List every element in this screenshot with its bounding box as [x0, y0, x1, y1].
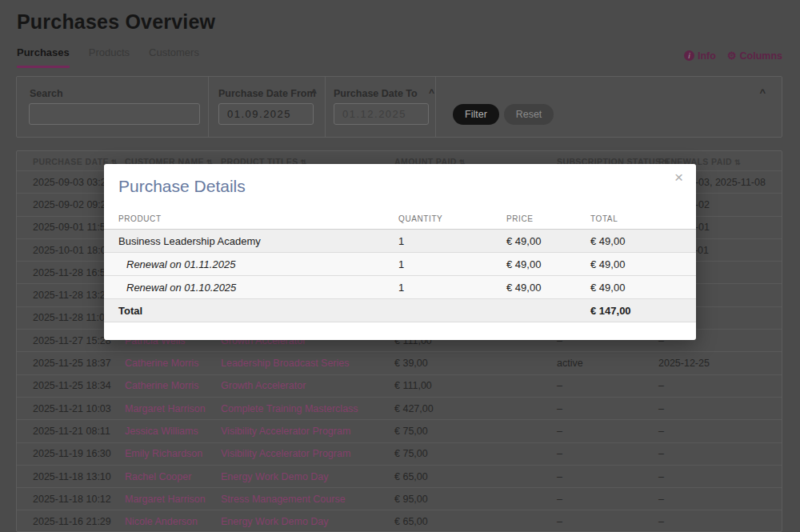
cell-amount-paid: € 65,00 [394, 471, 428, 482]
cell-purchase-date: 2025-11-28 16:52 [33, 267, 111, 278]
sort-icon[interactable]: ⇅ [734, 158, 741, 166]
page-title: Purchases Overview [17, 10, 215, 34]
modal-table-body: Business Leadership Academy1€ 49,00€ 49,… [104, 230, 696, 322]
table-row[interactable]: 2025-11-16 21:29Nicole AndersonEnergy Wo… [17, 510, 782, 532]
info-icon: i [684, 50, 694, 61]
table-row[interactable]: 2025-11-19 16:30Emily RichardsonVisibili… [17, 442, 782, 465]
column-header-label: PURCHASE DATE [33, 157, 109, 166]
tab-customers[interactable]: Customers [149, 46, 199, 68]
chevron-up-icon[interactable]: ^ [429, 87, 434, 98]
cell-renewals: – [658, 448, 664, 459]
cell-subscription-status: – [557, 471, 562, 482]
total-value: € 147,00 [590, 305, 631, 317]
table-row[interactable]: 2025-11-21 10:03Margaret HarrisonComplet… [17, 397, 782, 419]
line-item-total: € 49,00 [590, 258, 625, 270]
search-input[interactable] [29, 103, 200, 125]
line-item-product: Renewal on 01.10.2025 [118, 282, 236, 294]
divider [435, 77, 436, 137]
reset-button[interactable]: Reset [504, 104, 554, 125]
cell-purchase-date: 2025-11-27 15:28 [33, 335, 111, 346]
cell-amount-paid: € 95,00 [394, 494, 428, 505]
columns-button[interactable]: ⚙ Columns [727, 50, 782, 62]
product-link[interactable]: Growth Accelerator [221, 380, 306, 391]
product-link[interactable]: Energy Work Demo Day [221, 516, 329, 527]
product-link[interactable]: Visibility Accelerator Program [221, 448, 350, 459]
tab-products[interactable]: Products [89, 46, 130, 68]
cell-subscription-status: – [557, 403, 562, 414]
line-item-quantity: 1 [398, 235, 404, 247]
cell-purchase-date: 2025-11-18 10:12 [33, 494, 111, 505]
total-label: Total [118, 305, 142, 317]
table-row[interactable]: 2025-11-25 18:34Catherine MorrisGrowth A… [17, 374, 782, 397]
cell-renewals: – [658, 403, 664, 414]
cell-purchase-date: 2025-09-02 09:28 [33, 199, 112, 210]
cell-subscription-status: – [557, 516, 562, 527]
customer-link[interactable]: Margaret Harrison [125, 494, 206, 505]
cell-purchase-date: 2025-11-25 18:37 [33, 358, 111, 369]
customer-link[interactable]: Catherine Morris [125, 358, 198, 369]
cell-purchase-date: 2025-11-21 08:11 [33, 426, 110, 437]
divider [325, 77, 326, 137]
customer-link[interactable]: Emily Richardson [125, 448, 202, 459]
cell-purchase-date: 2025-11-21 10:03 [33, 403, 111, 414]
cell-renewals: – [658, 494, 664, 505]
table-row[interactable]: 2025-11-25 18:37Catherine MorrisLeadersh… [17, 351, 782, 374]
panel-collapse-icon[interactable]: ^ [759, 86, 766, 98]
customer-link[interactable]: Nicole Anderson [125, 516, 198, 527]
top-actions: i Info ⚙ Columns [684, 50, 782, 62]
modal-column-header: TOTAL [590, 214, 618, 223]
tab-bar: Purchases Products Customers [17, 46, 199, 68]
modal-table: PRODUCTQUANTITYPRICETOTAL Business Leade… [104, 210, 696, 322]
line-item-product: Renewal on 01.11.2025 [118, 258, 235, 270]
cell-purchase-date: 2025-11-25 18:34 [33, 380, 111, 391]
cell-amount-paid: € 111,00 [394, 380, 432, 391]
customer-link[interactable]: Margaret Harrison [125, 403, 206, 414]
product-link[interactable]: Energy Work Demo Day [221, 471, 329, 482]
tab-purchases[interactable]: Purchases [17, 46, 70, 68]
cell-renewals: – [658, 516, 664, 527]
modal-table-header: PRODUCTQUANTITYPRICETOTAL [104, 210, 696, 230]
date-to-input[interactable] [334, 103, 429, 125]
modal-line-item: Renewal on 01.10.20251€ 49,00€ 49,00 [104, 276, 696, 299]
cell-amount-paid: € 75,00 [394, 426, 428, 437]
product-link[interactable]: Leadership Broadcast Series [221, 358, 350, 369]
cell-purchase-date: 2025-11-16 21:29 [33, 516, 111, 527]
info-button[interactable]: i Info [684, 50, 716, 62]
table-row[interactable]: 2025-11-21 08:11Jessica WilliamsVisibili… [17, 419, 782, 442]
date-from-input[interactable] [218, 103, 314, 125]
chevron-up-icon[interactable]: ^ [311, 87, 317, 98]
cell-subscription-status: – [557, 494, 562, 505]
modal-total-row: Total€ 147,00 [104, 299, 696, 322]
cell-renewals: – [658, 380, 664, 391]
modal-line-item: Renewal on 01.11.20251€ 49,00€ 49,00 [104, 253, 696, 276]
cell-purchase-date: 2025-11-28 13:21 [33, 290, 111, 301]
cell-purchase-date: 2025-11-28 11:01 [33, 312, 110, 323]
search-label: Search [30, 88, 63, 99]
columns-label: Columns [740, 50, 782, 62]
table-row[interactable]: 2025-11-18 13:10Rachel CooperEnergy Work… [17, 465, 782, 487]
line-item-price: € 49,00 [506, 258, 541, 270]
modal-column-header: PRODUCT [118, 214, 162, 223]
customer-link[interactable]: Rachel Cooper [125, 471, 191, 482]
line-item-quantity: 1 [398, 282, 404, 294]
product-link[interactable]: Stress Management Course [221, 494, 346, 505]
line-item-total: € 49,00 [590, 282, 625, 294]
cell-purchase-date: 2025-09-03 03:20 [33, 177, 112, 188]
cell-purchase-date: 2025-09-01 11:56 [33, 222, 111, 233]
close-icon[interactable]: × [670, 167, 688, 188]
cell-purchase-date: 2025-11-19 16:30 [33, 448, 111, 459]
product-link[interactable]: Complete Training Masterclass [221, 403, 358, 414]
modal-line-item: Business Leadership Academy1€ 49,00€ 49,… [104, 230, 696, 253]
product-link[interactable]: Visibility Accelerator Program [221, 426, 350, 437]
cell-amount-paid: € 65,00 [394, 516, 428, 527]
cell-subscription-status: – [557, 426, 562, 437]
table-row[interactable]: 2025-11-18 10:12Margaret HarrisonStress … [17, 487, 782, 510]
modal-title: Purchase Details [118, 177, 246, 196]
cell-amount-paid: € 427,00 [394, 403, 434, 414]
divider [208, 77, 209, 137]
customer-link[interactable]: Catherine Morris [125, 380, 198, 391]
filter-button[interactable]: Filter [453, 104, 499, 125]
line-item-total: € 49,00 [590, 235, 625, 247]
cell-renewals: – [658, 426, 664, 437]
customer-link[interactable]: Jessica Williams [125, 426, 198, 437]
